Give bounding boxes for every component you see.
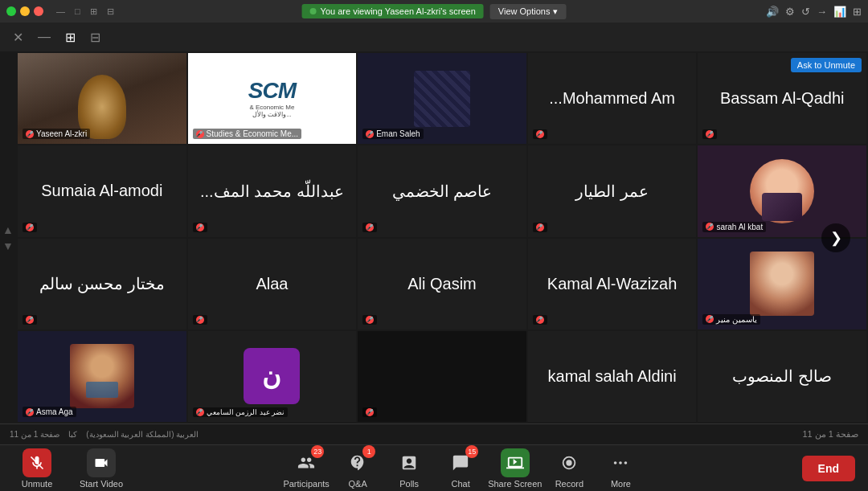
tile-mohammed[interactable]: Mohammed Am... 🎤 bbox=[528, 53, 697, 144]
end-button[interactable]: End bbox=[802, 456, 855, 481]
abdallah-name: عبداللّه محمد المف... bbox=[200, 182, 344, 201]
scroll-up-icon[interactable]: ▲ bbox=[2, 223, 14, 236]
record-button[interactable]: Record bbox=[545, 448, 593, 489]
qa-icon: 1 bbox=[343, 448, 372, 477]
tile-alaa[interactable]: Alaa 🎤 bbox=[188, 239, 357, 329]
tile-kamal[interactable]: Kamal Al-Wazizah 🎤 bbox=[528, 239, 697, 329]
unmute-button[interactable]: Unmute bbox=[13, 448, 61, 489]
more-button[interactable]: More bbox=[596, 448, 645, 489]
sarah-mute-icon: 🎤 bbox=[706, 223, 714, 231]
scroll-down-icon[interactable]: ▼ bbox=[2, 239, 14, 252]
chat-button[interactable]: 15 Chat bbox=[436, 448, 485, 489]
share-screen-icon bbox=[501, 448, 530, 477]
ask-unmute-button[interactable]: Ask to Unmute bbox=[791, 58, 862, 72]
chevron-down-icon: ▾ bbox=[553, 6, 558, 17]
tile-empty[interactable]: 🎤 bbox=[358, 331, 526, 422]
close-traffic-light[interactable] bbox=[6, 6, 16, 16]
tile-yasmin[interactable]: 🎤 ياسمين منير bbox=[698, 239, 866, 329]
qa-button[interactable]: 1 Q&A bbox=[334, 448, 382, 489]
asma-mute-icon: 🎤 bbox=[26, 408, 34, 416]
window-controls: — □ ⊞ ⊟ bbox=[56, 6, 114, 17]
tile-saleh[interactable]: صالح المنصوب bbox=[698, 331, 866, 422]
qa-badge: 1 bbox=[362, 445, 375, 458]
sarah-name-label: sarah Al kbat bbox=[716, 223, 763, 231]
minimize-traffic-light[interactable] bbox=[20, 6, 30, 16]
chat-icon: 15 bbox=[446, 448, 475, 477]
tile-abdallah[interactable]: عبداللّه محمد المف... 🎤 bbox=[188, 145, 357, 236]
alaa-mute-badge: 🎤 bbox=[193, 315, 207, 325]
tile-mukhtar[interactable]: مختار محسن سالم 🎤 bbox=[18, 239, 186, 329]
mohammed-mute-icon: 🎤 bbox=[536, 130, 544, 138]
refresh-icon: ↺ bbox=[801, 6, 810, 18]
yasmin-mute-icon: 🎤 bbox=[706, 315, 714, 323]
polls-icon bbox=[395, 448, 424, 477]
grid-icon: ⊞ bbox=[853, 6, 862, 18]
tile-eman[interactable]: 🎤 Eman Saleh bbox=[358, 53, 526, 144]
tile-kamal2[interactable]: kamal salah Aldini A From Alaa to All Pa… bbox=[528, 331, 697, 422]
record-icon bbox=[555, 448, 583, 477]
screen-badge-text: You are viewing Yaseen Al-zkri's screen bbox=[321, 6, 476, 16]
screen-share-badge: You are viewing Yaseen Al-zkri's screen bbox=[302, 4, 484, 18]
tile-studies[interactable]: SCM & Economic Meوالاقت والأل... 🎤 Studi… bbox=[188, 53, 357, 144]
share-screen-label: Share Screen bbox=[488, 479, 542, 489]
svg-point-2 bbox=[567, 460, 572, 465]
asma-mute-badge: 🎤 Asma Aga bbox=[23, 407, 76, 417]
mukhtar-mute-badge: 🎤 bbox=[23, 315, 37, 325]
omar-mute-icon: 🎤 bbox=[536, 223, 544, 231]
omar-name: عمر الطيار bbox=[575, 182, 649, 201]
page-indicator: صفحة 1 من 11 bbox=[802, 429, 858, 440]
view-btn-grid4[interactable]: ⊟ bbox=[87, 27, 104, 48]
omar-mute-badge: 🎤 bbox=[533, 223, 547, 232]
settings-icon: ⚙ bbox=[785, 6, 795, 18]
maximize-traffic-light[interactable] bbox=[34, 6, 43, 16]
mohammed-name: Mohammed Am... bbox=[549, 89, 675, 108]
forward-icon: → bbox=[817, 6, 827, 18]
eman-name-badge: 🎤 Eman Saleh bbox=[362, 129, 423, 139]
share-screen-button[interactable]: Share Screen bbox=[488, 448, 542, 489]
view-btn-grid2[interactable]: ⊞ bbox=[62, 27, 79, 48]
svg-point-3 bbox=[614, 461, 617, 464]
tile-nasr[interactable]: ن 🎤 نضر عيد الرزمن السامعي bbox=[188, 331, 357, 422]
tile-sumaia[interactable]: Sumaia Al-amodi 🎤 bbox=[18, 145, 186, 236]
participant-grid: 🎤 Yaseen Al-zkri SCM & Economic Meوالاقت… bbox=[16, 51, 868, 423]
main-area: ▲ ▼ 🎤 Yaseen Al-zkri SCM & Economic Meوا… bbox=[0, 51, 868, 423]
more-icon bbox=[606, 448, 635, 477]
start-video-button[interactable]: Start Video bbox=[77, 448, 125, 489]
record-label: Record bbox=[555, 479, 583, 489]
tile-bassam[interactable]: Bassam Al-Qadhi Ask to Unmute ••• 🎤 bbox=[698, 53, 866, 144]
polls-label: Polls bbox=[399, 479, 419, 489]
tile-sarah[interactable]: 🎤 sarah Al kbat bbox=[698, 145, 866, 236]
tile-asma[interactable]: 🎤 Asma Aga bbox=[18, 331, 186, 422]
top-bar-left: — □ ⊞ ⊟ bbox=[6, 6, 114, 17]
bassam-name: Bassam Al-Qadhi bbox=[720, 89, 845, 108]
status-page: صفحة 1 من 11 bbox=[10, 430, 59, 439]
empty-mute-badge: 🎤 bbox=[362, 407, 377, 417]
yasmin-mute-badge: 🎤 ياسمين منير bbox=[702, 314, 760, 325]
ali-mute-badge: 🎤 bbox=[362, 315, 377, 325]
qa-label: Q&A bbox=[349, 479, 367, 489]
abdallah-mute-badge: 🎤 bbox=[193, 223, 207, 232]
mukhtar-mute-icon: 🎤 bbox=[26, 316, 34, 324]
bassam-mute-icon: 🎤 bbox=[706, 130, 714, 138]
page-count: صفحة 1 من 11 bbox=[802, 429, 858, 439]
view-btn-close[interactable]: ✕ bbox=[10, 27, 27, 48]
view-btn-minimize[interactable]: — bbox=[35, 27, 54, 47]
tile-omar[interactable]: عمر الطيار 🎤 bbox=[528, 145, 697, 236]
kamal-mute-icon: 🎤 bbox=[536, 316, 544, 324]
tile-ali[interactable]: Ali Qasim 🎤 bbox=[358, 239, 526, 329]
view-options-button[interactable]: View Options ▾ bbox=[490, 4, 567, 19]
eman-mute-indicator: 🎤 bbox=[366, 130, 374, 138]
tile-asem[interactable]: عاصم الخضمي 🎤 bbox=[358, 145, 526, 236]
nav-arrow-right[interactable]: ❯ bbox=[821, 223, 850, 252]
sarah-mute-badge: 🎤 sarah Al kbat bbox=[702, 222, 766, 232]
start-video-label: Start Video bbox=[80, 479, 123, 489]
bottom-status-bar: العربية (المملكة العربية السعودية) كبا ص… bbox=[0, 423, 868, 444]
asma-name-label: Asma Aga bbox=[36, 407, 73, 416]
participants-button[interactable]: 23 Participants bbox=[282, 448, 330, 489]
side-scroll-left: ▲ ▼ bbox=[0, 51, 16, 423]
participants-label: Participants bbox=[283, 479, 329, 489]
asem-mute-badge: 🎤 bbox=[362, 223, 377, 232]
polls-button[interactable]: Polls bbox=[385, 448, 433, 489]
screen-badge-dot bbox=[310, 8, 317, 14]
tile-yaseen[interactable]: 🎤 Yaseen Al-zkri bbox=[18, 53, 186, 144]
